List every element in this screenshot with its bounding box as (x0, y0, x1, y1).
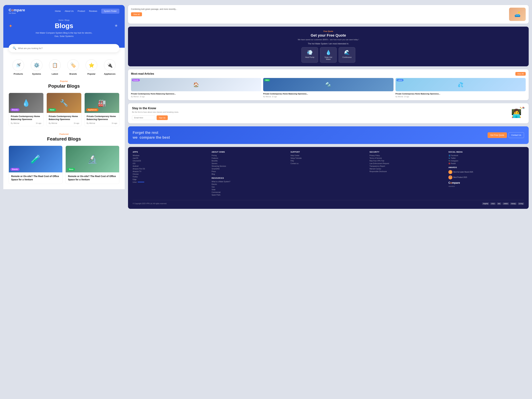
footer-chrome[interactable]: Chrome (133, 173, 208, 175)
footer-instagram[interactable]: 📷 Instagram (448, 160, 524, 162)
view-all-button[interactable]: View all (131, 12, 142, 16)
footer-responsible[interactable]: Responsible Disclosure (369, 171, 445, 172)
most-read-view-all-button[interactable]: View All (515, 72, 526, 76)
popular-card-0-badge: Brands (11, 108, 19, 111)
twitter-icon: 🐦 (448, 157, 451, 159)
products-icon: 🚿 (13, 59, 24, 71)
featured-card-0-img: 🧪 Brands (9, 146, 62, 172)
reddit-icon: 🔴 (448, 163, 451, 165)
footer-amazon-tv[interactable]: Amazon TV (133, 171, 208, 172)
free-quote-tag: Free Quote (132, 30, 525, 32)
footer-tos[interactable]: Terms of Service (369, 157, 445, 159)
footer-law-enforcement[interactable]: Law Enforcement Request (369, 163, 445, 165)
footer-risk-free[interactable]: Risk-Free VPN Trial (369, 160, 445, 162)
footer-android[interactable]: Android (133, 165, 208, 167)
footer-commercial[interactable]: Commercial (212, 191, 287, 193)
solar-label: Solar Hot Water (322, 56, 335, 60)
article-mini-1-title: Private Contemporary Home Balancing Open… (263, 93, 393, 95)
footer-linux[interactable]: Linux (133, 181, 137, 183)
footer-solar[interactable]: Solar (212, 189, 287, 190)
right-panel: Combining lush green passage, and more r… (128, 5, 529, 394)
footer-blog[interactable]: Blog (212, 173, 287, 175)
article-mini-2-img: 💦 Latest (395, 78, 526, 91)
footer-transparency[interactable]: Transparency Report (369, 165, 445, 167)
footer-col-social: SOCIAL MEDIA 📘 Facebook 🐦 Twitter 📷 Inst… (448, 151, 524, 197)
footer-streaming[interactable]: Streaming Services (212, 165, 287, 167)
featured-card-1-badge: News (67, 168, 75, 171)
footer-benefits[interactable]: Benefits (212, 160, 287, 162)
footer-contact-us[interactable]: Contact us (291, 163, 366, 165)
footer-firefox[interactable]: Firefox (133, 176, 208, 178)
footer-privacy[interactable]: Privacy Policy (369, 155, 445, 156)
award-0-badge-icon: ⭐ (448, 170, 452, 174)
get-free-quote-button[interactable]: Get Free Quote (488, 132, 507, 138)
article-mini-1-author: By Mitchal (263, 96, 271, 98)
footer-chromeos[interactable]: ChromeOS (133, 160, 208, 162)
footer-twitter[interactable]: 🐦 Twitter (448, 157, 524, 159)
honey-icon: Honey (510, 203, 517, 205)
stay-know-left: Stay in the Know Be the first to hear ab… (132, 107, 508, 120)
category-brands[interactable]: 🏷️ Brands (67, 59, 79, 75)
category-popular[interactable]: ⭐ Popular (86, 59, 97, 75)
footer-pricing[interactable]: Pricing (212, 155, 287, 156)
popular-card-1-author: By Mitchal (49, 122, 57, 124)
footer-setup-tutorials[interactable]: Setup Tutorials (291, 157, 366, 159)
footer-electric[interactable]: Electric (212, 183, 287, 185)
article-mini-2[interactable]: 💦 Latest Private Contemporary Home Balan… (395, 78, 526, 98)
featured-card-1-body: Remote or On-site? The Real Cost of Offi… (66, 172, 119, 184)
footer-smartdns[interactable]: SmartDNS (212, 168, 287, 170)
footer-spare-parts[interactable]: Spare Parts (212, 194, 287, 196)
footer-faq[interactable]: FAQ (291, 160, 366, 162)
nav-home[interactable]: Home (55, 10, 61, 12)
footer-amazon-fire-os[interactable]: Amazon Fire OS (133, 168, 208, 170)
sign-up-button[interactable]: Sign Up (157, 115, 168, 120)
facebook-icon: 📘 (448, 155, 451, 156)
footer-gas[interactable]: Gas (212, 186, 287, 188)
fq-option-heat-pump[interactable]: 💨 Heat Pump (301, 47, 318, 63)
fq-option-solar[interactable]: 💧 Solar Hot Water (320, 47, 337, 63)
category-appliances[interactable]: 🔌 Appliances (104, 59, 115, 75)
continuous-icon: 🌊 (341, 50, 353, 55)
email-input[interactable] (132, 115, 155, 120)
free-quote-question: The hot Water System I am most intereste… (132, 43, 525, 45)
footer-grid: APPS Windows macOS ChromeOS iOS Android … (133, 151, 524, 197)
footer-help-center[interactable]: Help Center (291, 155, 366, 156)
footer-ios[interactable]: iOS (133, 163, 208, 165)
featured-card-0[interactable]: 🧪 Brands Remote or On-site? The Real Cos… (9, 146, 63, 184)
search-input[interactable] (18, 47, 115, 50)
footer-press[interactable]: Press (212, 171, 287, 172)
footer-macos[interactable]: macOS (133, 157, 208, 159)
footer-col-about: ABOUT OHMS Pricing Features Benefits Ser… (212, 151, 287, 197)
contact-us-button[interactable]: Contact Us (509, 132, 524, 138)
footer-security-title: SECURITY (369, 151, 445, 153)
linux-progress-bar (138, 182, 144, 182)
category-products[interactable]: 🚿 Products (13, 59, 24, 75)
footer-servers[interactable]: Servers (212, 163, 287, 165)
popular-card-2[interactable]: 🏭 Appliances Private Contemporary Home B… (84, 93, 119, 126)
footer-what-is-water[interactable]: What is a Water System? (212, 181, 287, 183)
footer-warrant-canary[interactable]: Warrant Canary (369, 168, 445, 170)
popular-title: Popular Blogs (9, 83, 119, 89)
popular-card-0[interactable]: 💧 Brands Private Contemporary Home Balan… (9, 93, 44, 126)
amex-icon: AMEX (503, 203, 509, 205)
system-finder-button[interactable]: System Finder (101, 9, 119, 14)
article-mini-0[interactable]: 🏠 Brands Private Contemporary Home Balan… (131, 78, 261, 98)
popular-section: Popular Popular Blogs 💧 Brands Private C… (9, 80, 119, 126)
fq-option-continuous[interactable]: 🌊 Continuous (339, 47, 355, 63)
nav-product[interactable]: Product (78, 10, 85, 12)
featured-card-1-title: Remote or On-site? The Real Cost of Offi… (68, 175, 117, 181)
footer-reddit[interactable]: 🔴 Reddit (448, 163, 524, 165)
nav-reviews[interactable]: Reviews (89, 10, 97, 12)
stay-know-title: Stay in the Know (132, 107, 508, 110)
popular-card-1[interactable]: 🔧 News Private Contemporary Home Balanci… (47, 93, 82, 126)
nav-about[interactable]: About Us (65, 10, 74, 12)
footer-windows[interactable]: Windows (133, 155, 208, 156)
category-latest[interactable]: 📋 Latest (49, 59, 61, 75)
footer-features[interactable]: Features (212, 157, 287, 159)
article-mini-1[interactable]: 🔩 New Private Contemporary Home Balancin… (263, 78, 393, 98)
footer-facebook[interactable]: 📘 Facebook (448, 155, 524, 156)
featured-card-1[interactable]: 🔬 News Remote or On-site? The Real Cost … (65, 146, 119, 184)
category-systems[interactable]: ⚙️ Systems (31, 59, 42, 75)
popular-card-0-author: By Mitchal (11, 122, 19, 124)
footer-edge[interactable]: Edge (133, 178, 208, 180)
